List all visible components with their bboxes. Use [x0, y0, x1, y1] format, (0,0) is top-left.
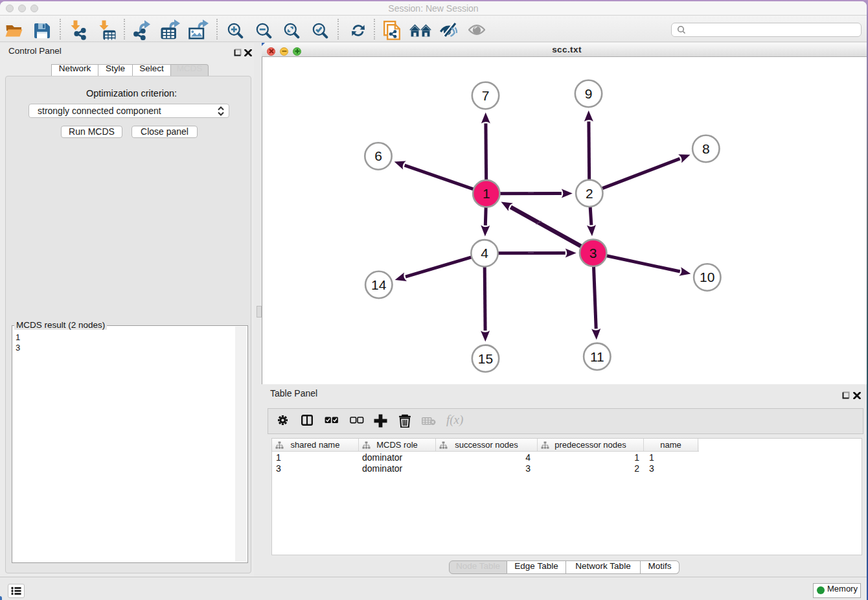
- svg-text:14: 14: [371, 277, 387, 292]
- svg-text:10: 10: [700, 270, 714, 284]
- svg-text:8: 8: [702, 141, 710, 156]
- svg-text:15: 15: [478, 351, 493, 366]
- svg-text:9: 9: [585, 86, 593, 101]
- svg-text:2: 2: [586, 186, 593, 201]
- svg-text:4: 4: [481, 246, 488, 260]
- svg-text:7: 7: [482, 88, 490, 103]
- svg-text:1: 1: [483, 186, 490, 201]
- svg-text:6: 6: [374, 148, 382, 163]
- svg-text:11: 11: [590, 349, 604, 364]
- svg-text:3: 3: [589, 246, 597, 260]
